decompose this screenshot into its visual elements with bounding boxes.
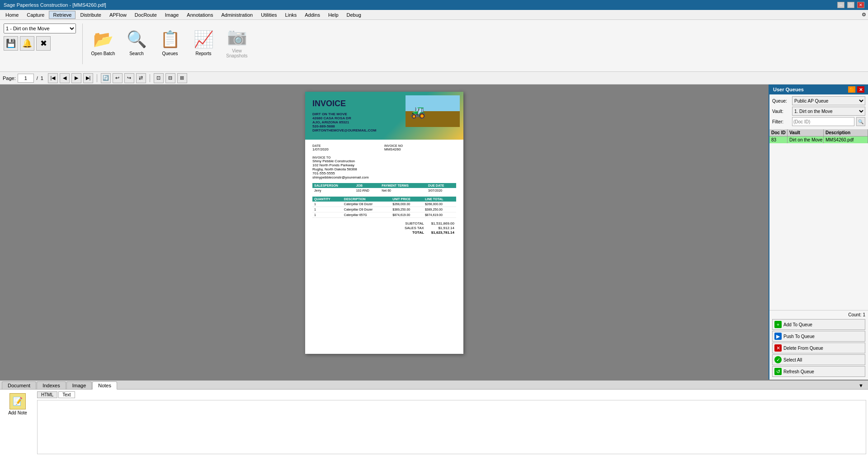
prev-page-button[interactable]: ◀ [60, 73, 70, 83]
tab-document[interactable]: Document [2, 381, 36, 389]
menu-capture[interactable]: Capture [23, 11, 48, 19]
bottom-tab-expand-icon[interactable]: ▼ [856, 382, 866, 389]
menu-docroute[interactable]: DocRoute [131, 11, 160, 19]
bill-to-addr2: Rugby, North Dakota 58368 [312, 167, 456, 171]
redo-button[interactable]: ↪ [124, 73, 134, 83]
select-all-icon: ✓ [774, 356, 782, 363]
search-button[interactable]: 🔍 Search [121, 22, 152, 62]
queue-table-row[interactable]: 83 Dirt on the Move MMS4260.pdf [769, 136, 868, 143]
vault-queue-select[interactable]: 1. Dirt on the Move [792, 107, 865, 116]
tax-label: SALES TAX [312, 226, 424, 230]
queues-button[interactable]: 📋 Queues [154, 22, 186, 62]
nav-bar: Page: / 1 |◀ ◀ ▶ ▶| 🔄 ↩ ↪ ⇄ ⊡ ⊟ ⊞ [0, 72, 868, 85]
date-label: DATE [312, 144, 384, 147]
settings-icon[interactable]: ⚙ [862, 12, 866, 18]
note-content: HTML Text [37, 391, 866, 468]
queue-form: Queue: Public AP Queue Vault: 1. Dirt on… [769, 94, 868, 129]
col-vault: Vault [788, 129, 824, 136]
undo-button[interactable]: ↩ [113, 73, 123, 83]
filter-apply-button[interactable]: 🔍 [856, 117, 865, 126]
menu-links[interactable]: Links [282, 11, 301, 19]
add-to-queue-button[interactable]: + Add To Queue [772, 319, 865, 330]
alert-button[interactable]: 🔔 [20, 36, 34, 51]
totals-grid: SUBTOTAL $1,531,869.00 SALES TAX $1,912.… [312, 221, 454, 235]
total-pages: 1 [41, 75, 43, 81]
menu-addins[interactable]: Addins [301, 11, 324, 19]
delete-button[interactable]: ✖ [36, 36, 51, 51]
nav-extra1[interactable]: ⇄ [136, 73, 146, 83]
view-snapshots-button[interactable]: 📷 View Snapshots [221, 22, 253, 62]
menu-distribute[interactable]: Distribute [76, 11, 104, 19]
bill-to-name: Shiny Pebble Construction [312, 159, 456, 163]
restore-button[interactable]: □ [847, 2, 854, 8]
subtotal-label: SUBTOTAL [312, 221, 424, 226]
push-to-queue-label: Push To Queue [783, 334, 815, 339]
tab-indexes[interactable]: Indexes [37, 381, 66, 389]
note-editor[interactable] [37, 400, 866, 454]
filter-input[interactable] [792, 117, 854, 126]
refresh-button[interactable]: 🔄 [101, 73, 111, 83]
due-date-value: 3/07/2020 [426, 188, 456, 193]
menu-annotations[interactable]: Annotations [183, 11, 217, 19]
col-qty: QUANTITY [312, 197, 342, 202]
close-button[interactable]: ✕ [857, 2, 864, 8]
menu-apflow[interactable]: APFlow [106, 11, 130, 19]
actual-size-button[interactable]: ⊞ [177, 73, 187, 83]
note-textarea[interactable] [38, 400, 866, 454]
queue-select[interactable]: Public AP Queue [792, 96, 865, 105]
col-unit: UNIT PRICE [391, 197, 423, 202]
reports-button[interactable]: 📈 Reports [188, 22, 219, 62]
row-vault: Dirt on the Move [788, 136, 824, 143]
line-item-row: 1 Caterpillar D8 Dozer $268,000.00 $268,… [312, 202, 456, 207]
menu-utilities[interactable]: Utilities [257, 11, 280, 19]
select-all-button[interactable]: ✓ Select All [772, 354, 865, 365]
window-controls[interactable]: ─ □ ✕ [837, 2, 864, 8]
item-unit: $389,250.00 [391, 207, 423, 212]
page-input[interactable] [18, 74, 34, 83]
first-page-button[interactable]: |◀ [48, 73, 58, 83]
panel-restore-button[interactable]: 🟠 [848, 86, 855, 93]
search-label: Search [129, 51, 144, 56]
bottom-area: Document Indexes Image Notes ▼ 📝 Add Not… [0, 380, 868, 470]
bill-to-phone: 701-555-5555 [312, 171, 456, 175]
menu-debug[interactable]: Debug [343, 11, 365, 19]
invoice-body: DATE 1/07/2020 INVOICE NO MMS4260 INVOIC… [305, 140, 463, 239]
line-item-row: 1 Caterpillar D9 Dozer $389,250.00 $389,… [312, 207, 456, 212]
queue-rows: 83 Dirt on the Move MMS4260.pdf [769, 136, 868, 143]
fit-page-button[interactable]: ⊡ [154, 73, 164, 83]
menu-administration[interactable]: Administration [217, 11, 256, 19]
sub-tab-text[interactable]: Text [58, 391, 75, 398]
date-value: 1/07/2020 [312, 147, 384, 151]
menu-retrieve[interactable]: Retrieve [49, 11, 75, 19]
delete-from-queue-button[interactable]: ✕ Delete From Queue [772, 343, 865, 353]
item-qty: 1 [312, 202, 342, 207]
menu-image[interactable]: Image [161, 11, 183, 19]
refresh-queue-button[interactable]: ↺ Refresh Queue [772, 366, 865, 377]
menu-help[interactable]: Help [325, 11, 342, 19]
last-page-button[interactable]: ▶| [83, 73, 93, 83]
filter-row: Filter: 🔍 [772, 117, 865, 126]
open-batch-button[interactable]: 📂 Open Batch [87, 22, 119, 62]
refresh-queue-label: Refresh Queue [783, 369, 814, 374]
fit-width-button[interactable]: ⊟ [165, 73, 175, 83]
sub-tab-html[interactable]: HTML [37, 391, 57, 398]
panel-controls[interactable]: 🟠 ✕ [848, 86, 864, 93]
tab-image[interactable]: Image [66, 381, 92, 389]
item-desc: Caterpillar D8 Dozer [342, 202, 391, 207]
minimize-button[interactable]: ─ [837, 2, 844, 8]
vault-selector[interactable]: 1 - Dirt on the Move [4, 24, 76, 33]
reports-icon: 📈 [193, 28, 214, 50]
tab-notes[interactable]: Notes [92, 381, 117, 390]
document-area[interactable]: INVOICE 🚜 DIRT ON THE MOVE 42680 CASA RO… [0, 85, 769, 380]
salesperson-value: Jerry [312, 188, 354, 193]
next-page-button[interactable]: ▶ [71, 73, 81, 83]
content-row: INVOICE 🚜 DIRT ON THE MOVE 42680 CASA RO… [0, 85, 868, 380]
add-to-queue-icon: + [774, 321, 782, 328]
col-description: Description [824, 129, 868, 136]
push-to-queue-button[interactable]: ▶ Push To Queue [772, 331, 865, 342]
save-button[interactable]: 💾 [4, 36, 18, 51]
panel-close-button[interactable]: ✕ [857, 86, 864, 93]
item-unit: $268,000.00 [391, 202, 423, 207]
toolbar: 1 - Dirt on the Move 💾 🔔 ✖ 📂 Open Batch … [0, 20, 868, 72]
menu-home[interactable]: Home [2, 11, 22, 19]
